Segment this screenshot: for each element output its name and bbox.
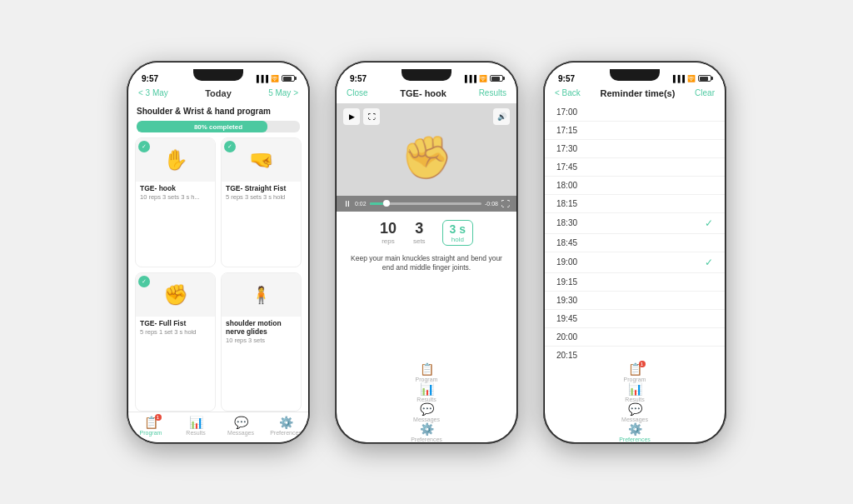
nav-messages-1[interactable]: 💬 Messages: [218, 416, 263, 436]
results-icon-2: 📊: [420, 382, 434, 396]
exercise-name-2: TGE- Full Fist: [140, 319, 211, 327]
time-value-6: 18:30: [556, 218, 577, 227]
video-icon-btn-1[interactable]: ▶: [343, 108, 360, 125]
program-badge-1: 📋 1: [144, 416, 158, 429]
exercise-img-0: ✓ ✋: [136, 138, 215, 182]
results-icon-1: 📊: [189, 416, 203, 429]
phone-notch-1: [193, 69, 243, 81]
time-row-8[interactable]: 19:00 ✓: [545, 252, 725, 273]
wifi-icon-2: 🛜: [479, 75, 487, 82]
results-button-2[interactable]: Results: [479, 88, 506, 97]
video-top-controls-2: ▶ ⛶ 🔊: [343, 108, 510, 125]
hand-icon-1: 🤜: [249, 148, 274, 172]
time-value-5: 18:15: [556, 199, 577, 208]
time-row-5[interactable]: 18:15: [545, 195, 725, 213]
close-button-2[interactable]: Close: [347, 88, 368, 97]
exercise-card-1[interactable]: ✓ 🤜 TGE- Straight Fist 5 reps 3 sets 3 s…: [221, 137, 302, 268]
current-time-2: 0:02: [355, 201, 367, 207]
time-row-13[interactable]: 20:15: [545, 347, 725, 362]
time-row-4[interactable]: 18:00: [545, 177, 725, 195]
video-area-2[interactable]: ▶ ⛶ 🔊 ✊ ⏸ 0:02 -0:08 ⛶: [337, 103, 516, 212]
battery-icon-3: [698, 75, 711, 82]
nav-messages-3[interactable]: 💬 Messages: [545, 402, 725, 422]
nav-messages-2[interactable]: 💬 Messages: [337, 402, 516, 422]
hand-icon-3: 🧍: [251, 285, 272, 305]
stat-reps-2: 10 reps: [380, 220, 397, 246]
date-nav-1: < 3 May Today 5 May >: [128, 87, 308, 103]
program-label-2: Program: [416, 377, 438, 382]
exercise-img-3: 🧍: [222, 273, 301, 317]
progress-bar-1: 80% completed: [137, 121, 300, 132]
preferences-label-3: Preferences: [619, 437, 651, 442]
reminder-title-3: Reminder time(s): [601, 88, 676, 98]
video-progress-done-2: [370, 202, 383, 205]
times-list-3: 17:00 17:15 17:30 17:45 18:00 18:15 18:3…: [545, 103, 725, 362]
stat-hold-value-2: 3 s: [450, 222, 466, 236]
nav-results-2[interactable]: 📊 Results: [337, 382, 516, 402]
time-row-6[interactable]: 18:30 ✓: [545, 213, 725, 234]
time-check-8: ✓: [705, 257, 713, 268]
nav-results-3[interactable]: 📊 Results: [545, 382, 725, 402]
phone-3: 9:57 ▐▐▐ 🛜 < Back Reminder time(s) Clear…: [543, 61, 726, 444]
preferences-icon-1: ⚙️: [279, 416, 293, 429]
time-row-2[interactable]: 17:30: [545, 140, 725, 158]
video-icon-btn-2[interactable]: ⛶: [363, 108, 380, 125]
exercise-name-3: shoulder motion nerve glides: [226, 319, 297, 336]
nav-program-3[interactable]: 📋 1 Program: [545, 362, 725, 382]
exercise-grid-1: ✓ ✋ TGE- hook 10 reps 3 sets 3 s h... ✓ …: [128, 137, 308, 412]
badge-dot-1: 1: [155, 414, 162, 421]
phone-notch-3: [610, 69, 660, 81]
time-row-7[interactable]: 18:45: [545, 234, 725, 252]
video-bottom-controls-2: ⏸ 0:02 -0:08 ⛶: [337, 196, 516, 212]
time-row-11[interactable]: 19:45: [545, 310, 725, 328]
nav-program-1[interactable]: 📋 1 Program: [128, 416, 173, 436]
stat-hold-label-2: hold: [451, 236, 464, 243]
time-value-0: 17:00: [556, 107, 577, 117]
time-check-6: ✓: [705, 217, 713, 229]
time-row-9[interactable]: 19:15: [545, 273, 725, 292]
next-date-btn-1[interactable]: 5 May >: [268, 88, 298, 97]
exercise-card-0[interactable]: ✓ ✋ TGE- hook 10 reps 3 sets 3 s h...: [135, 137, 216, 268]
exercise-info-3: shoulder motion nerve glides 10 reps 3 s…: [222, 317, 301, 347]
preferences-label-1: Preferences: [270, 430, 302, 436]
exercise-card-2[interactable]: ✓ ✊ TGE- Full Fist 5 reps 1 set 3 s hold: [135, 272, 216, 412]
time-row-1[interactable]: 17:15: [545, 122, 725, 140]
prev-date-btn-1[interactable]: < 3 May: [138, 88, 168, 97]
messages-label-2: Messages: [413, 417, 440, 422]
exercise-img-2: ✓ ✊: [136, 273, 215, 317]
messages-label-1: Messages: [227, 430, 254, 436]
preferences-icon-2: ⚙️: [420, 422, 434, 436]
bottom-nav-1: 📋 1 Program 📊 Results 💬 Messages ⚙️ Pref…: [128, 412, 308, 442]
nav-preferences-1[interactable]: ⚙️ Preferences: [263, 416, 308, 436]
current-date-1: Today: [205, 88, 232, 98]
messages-icon-2: 💬: [420, 402, 434, 416]
phone-notch-2: [402, 69, 451, 81]
stat-hold-box-2: 3 s hold: [442, 220, 473, 246]
time-row-12[interactable]: 20:00: [545, 328, 725, 347]
nav-preferences-3[interactable]: ⚙️ Preferences: [545, 422, 725, 442]
status-time-2: 9:57: [350, 74, 367, 83]
fullscreen-icon-2[interactable]: ⛶: [501, 199, 510, 208]
nav-preferences-2[interactable]: ⚙️ Preferences: [337, 422, 516, 442]
time-value-4: 18:00: [556, 181, 577, 190]
audio-btn-2[interactable]: 🔊: [493, 108, 510, 125]
messages-icon-1: 💬: [234, 416, 248, 429]
stat-hold-2: 3 s hold: [442, 220, 473, 246]
time-row-3[interactable]: 17:45: [545, 158, 725, 177]
clear-button-3[interactable]: Clear: [695, 88, 715, 97]
time-value-8: 19:00: [556, 257, 577, 267]
nav-program-2[interactable]: 📋 Program: [337, 362, 516, 382]
program-icon-2: 📋: [420, 362, 434, 376]
exercise-card-3[interactable]: 🧍 shoulder motion nerve glides 10 reps 3…: [221, 272, 302, 412]
back-button-3[interactable]: < Back: [555, 88, 581, 97]
video-progress-track-2[interactable]: [370, 202, 481, 205]
preferences-icon-3: ⚙️: [628, 422, 642, 436]
nav-results-1[interactable]: 📊 Results: [173, 416, 218, 436]
exercise-info-2: TGE- Full Fist 5 reps 1 set 3 s hold: [136, 317, 215, 339]
remaining-time-2: -0:08: [485, 201, 498, 207]
time-row-10[interactable]: 19:30: [545, 292, 725, 310]
exercise-meta-3: 10 reps 3 sets: [226, 337, 297, 344]
pause-btn-2[interactable]: ⏸: [343, 199, 352, 208]
exercise-stats-2: 10 reps 3 sets 3 s hold: [337, 212, 516, 251]
time-row-0[interactable]: 17:00: [545, 103, 725, 122]
